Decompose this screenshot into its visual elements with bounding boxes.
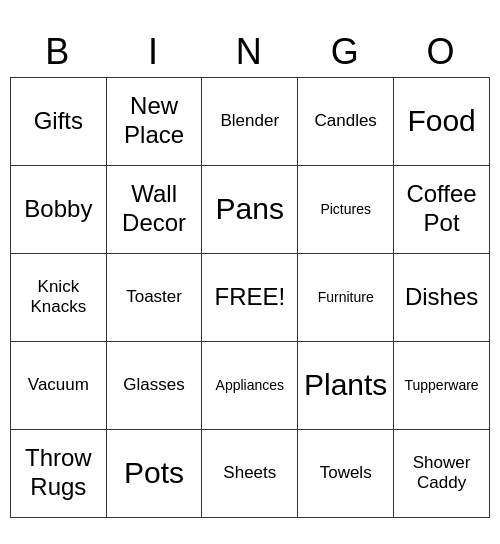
bingo-cell-4-1: Pots (106, 429, 202, 517)
cell-text-2-3: Furniture (302, 289, 389, 306)
bingo-cell-3-4: Tupperware (394, 341, 490, 429)
header-letter-n: N (202, 27, 298, 78)
bingo-cell-3-2: Appliances (202, 341, 298, 429)
bingo-cell-1-4: CoffeePot (394, 165, 490, 253)
cell-text-1-1: WallDecor (111, 180, 198, 238)
bingo-row-2: KnickKnacksToasterFREE!FurnitureDishes (11, 253, 490, 341)
bingo-cell-4-0: ThrowRugs (11, 429, 107, 517)
header-letter-i: I (106, 27, 202, 78)
cell-text-2-1: Toaster (111, 287, 198, 307)
cell-text-3-4: Tupperware (398, 377, 485, 394)
cell-text-2-4: Dishes (398, 283, 485, 312)
cell-text-3-1: Glasses (111, 375, 198, 395)
bingo-cell-1-1: WallDecor (106, 165, 202, 253)
header-letter-g: G (298, 27, 394, 78)
cell-text-3-0: Vacuum (15, 375, 102, 395)
bingo-cell-3-1: Glasses (106, 341, 202, 429)
bingo-cell-4-3: Towels (298, 429, 394, 517)
bingo-cell-2-1: Toaster (106, 253, 202, 341)
bingo-cell-0-1: NewPlace (106, 77, 202, 165)
cell-text-1-2: Pans (206, 191, 293, 227)
cell-text-0-2: Blender (206, 111, 293, 131)
cell-text-1-0: Bobby (15, 195, 102, 224)
bingo-cell-3-3: Plants (298, 341, 394, 429)
bingo-row-3: VacuumGlassesAppliancesPlantsTupperware (11, 341, 490, 429)
cell-text-0-3: Candles (302, 111, 389, 131)
bingo-cell-4-2: Sheets (202, 429, 298, 517)
cell-text-4-0: ThrowRugs (15, 444, 102, 502)
bingo-cell-1-0: Bobby (11, 165, 107, 253)
cell-text-4-2: Sheets (206, 463, 293, 483)
cell-text-0-1: NewPlace (111, 92, 198, 150)
header-letter-o: O (394, 27, 490, 78)
bingo-cell-2-0: KnickKnacks (11, 253, 107, 341)
bingo-cell-3-0: Vacuum (11, 341, 107, 429)
bingo-cell-0-4: Food (394, 77, 490, 165)
bingo-cell-1-3: Pictures (298, 165, 394, 253)
bingo-cell-0-0: Gifts (11, 77, 107, 165)
bingo-row-0: GiftsNewPlaceBlenderCandlesFood (11, 77, 490, 165)
bingo-row-1: BobbyWallDecorPansPicturesCoffeePot (11, 165, 490, 253)
bingo-card: BINGO GiftsNewPlaceBlenderCandlesFoodBob… (10, 27, 490, 518)
cell-text-1-4: CoffeePot (398, 180, 485, 238)
bingo-header: BINGO (11, 27, 490, 78)
bingo-cell-2-3: Furniture (298, 253, 394, 341)
cell-text-4-3: Towels (302, 463, 389, 483)
bingo-cell-2-4: Dishes (394, 253, 490, 341)
cell-text-1-3: Pictures (302, 201, 389, 218)
bingo-cell-4-4: ShowerCaddy (394, 429, 490, 517)
bingo-cell-0-2: Blender (202, 77, 298, 165)
cell-text-3-2: Appliances (206, 377, 293, 394)
cell-text-2-2: FREE! (206, 283, 293, 312)
bingo-cell-0-3: Candles (298, 77, 394, 165)
bingo-cell-2-2: FREE! (202, 253, 298, 341)
cell-text-4-4: ShowerCaddy (398, 453, 485, 494)
cell-text-3-3: Plants (302, 367, 389, 403)
cell-text-0-0: Gifts (15, 107, 102, 136)
cell-text-0-4: Food (398, 103, 485, 139)
bingo-row-4: ThrowRugsPotsSheetsTowelsShowerCaddy (11, 429, 490, 517)
header-letter-b: B (11, 27, 107, 78)
bingo-cell-1-2: Pans (202, 165, 298, 253)
cell-text-4-1: Pots (111, 455, 198, 491)
cell-text-2-0: KnickKnacks (15, 277, 102, 318)
